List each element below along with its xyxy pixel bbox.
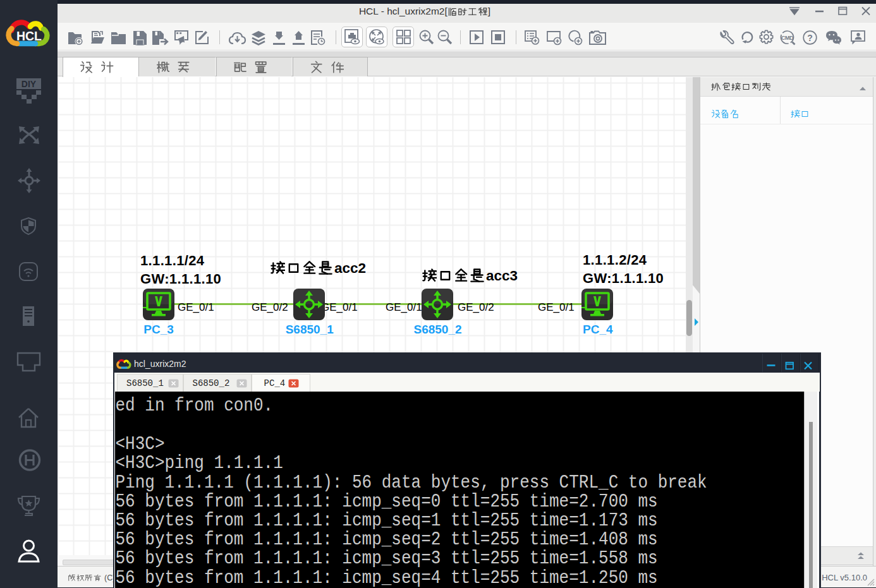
svg-text:DIY: DIY xyxy=(21,79,37,89)
svg-text:HCL: HCL xyxy=(16,29,42,43)
svg-text:?: ? xyxy=(807,33,813,43)
svg-text:CMD: CMD xyxy=(781,35,794,41)
